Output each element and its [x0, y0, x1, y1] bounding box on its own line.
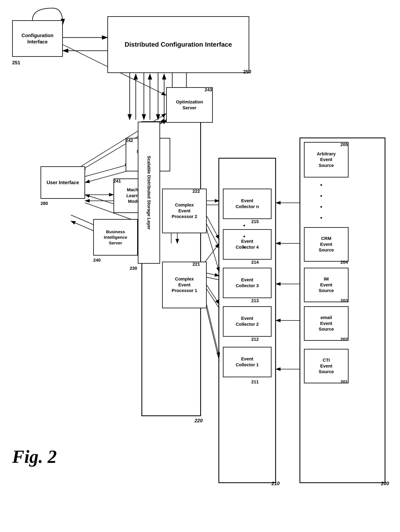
ref-280: 280 — [41, 201, 48, 206]
ref-221: 221 — [192, 262, 200, 267]
distributed-config-label: Distributed Configuration Interface — [125, 40, 232, 49]
ec2-label: EventCollector 2 — [236, 316, 259, 327]
ref-214: 214 — [251, 260, 259, 265]
ref-212: 212 — [251, 337, 259, 342]
ref-211: 211 — [251, 379, 259, 385]
ec4-box: EventCollector 4 — [223, 229, 271, 260]
svg-line-18 — [85, 164, 130, 177]
ref-210: 210 — [271, 481, 280, 486]
ref-242: 242 — [126, 138, 133, 143]
business-intelligence-box: BusinessIntelligenceServer — [93, 219, 138, 256]
crm-label: CRMEventSource — [319, 236, 334, 253]
ref-203: 203 — [340, 298, 348, 304]
ref-241: 241 — [113, 178, 121, 184]
optimization-server-label: OptimizationServer — [176, 99, 203, 111]
user-interface-label: User Interface — [47, 179, 79, 186]
ref-220: 220 — [195, 418, 203, 424]
dots-ec: ••• — [243, 220, 245, 253]
cep2-label: ComplexEventProcessor 2 — [172, 202, 197, 220]
cti-box: CTIEventSource — [304, 349, 349, 383]
ref-204: 204 — [340, 260, 348, 265]
distributed-config-box: Distributed Configuration Interface — [107, 16, 249, 73]
config-interface-box: ConfigurationInterface — [12, 20, 63, 57]
user-interface-box: User Interface — [41, 166, 85, 199]
config-interface-label: ConfigurationInterface — [21, 32, 53, 45]
diagram: Distributed Configuration Interface 250 … — [0, 0, 400, 532]
ref-240: 240 — [93, 258, 101, 263]
crm-box: CRMEventSource — [304, 227, 349, 262]
arbitrary-box: ArbitraryEventSource — [304, 142, 349, 177]
ec3-box: EventCollector 3 — [223, 268, 271, 298]
ref-215: 215 — [251, 219, 259, 224]
ref-202: 202 — [340, 337, 348, 342]
im-label: IMEventSource — [319, 276, 334, 294]
dots-sources: •••• — [320, 179, 322, 223]
scalable-storage-box: Scalable Distributed Storage Layer — [138, 122, 160, 264]
ec3-label: EventCollector 3 — [236, 277, 259, 289]
ec4-label: EventCollector 4 — [236, 239, 259, 250]
business-intelligence-label: BusinessIntelligenceServer — [104, 229, 127, 246]
ec1-label: EventCollector 1 — [236, 356, 259, 368]
ref-250: 250 — [243, 69, 251, 75]
email-box: emailEventSource — [304, 306, 349, 341]
ref-200: 200 — [381, 481, 389, 486]
cep1-box: ComplexEventProcessor 1 — [162, 262, 207, 308]
arbitrary-label: ArbitraryEventSource — [317, 151, 336, 169]
ec2-box: EventCollector 2 — [223, 306, 271, 337]
im-box: IMEventSource — [304, 268, 349, 302]
email-label: emailEventSource — [319, 315, 334, 332]
ecn-label: EventCollector n — [236, 198, 259, 209]
ref-222: 222 — [192, 189, 200, 194]
cep2-box: ComplexEventProcessor 2 — [162, 189, 207, 233]
figure-label: Fig. 2 — [12, 446, 57, 467]
ref-201: 201 — [340, 379, 348, 385]
cti-label: CTIEventSource — [319, 357, 334, 375]
ref-243: 243 — [205, 87, 212, 93]
ecn-box: EventCollector n — [223, 189, 271, 219]
scalable-storage-label: Scalable Distributed Storage Layer — [146, 156, 152, 230]
ref-213: 213 — [251, 298, 259, 304]
ec1-box: EventCollector 1 — [223, 347, 271, 377]
cep1-label: ComplexEventProcessor 1 — [172, 276, 197, 294]
ref-230: 230 — [130, 266, 137, 271]
optimization-server-box: OptimizationServer — [166, 87, 213, 123]
ref-251: 251 — [12, 60, 20, 65]
ref-205: 205 — [340, 142, 348, 147]
